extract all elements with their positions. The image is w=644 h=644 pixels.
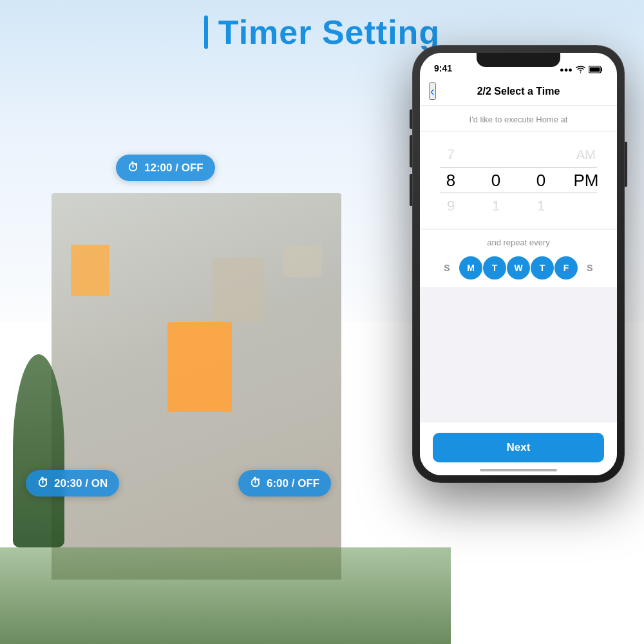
picker-item-8-selected: 8: [428, 167, 473, 193]
status-icons: ●●●: [560, 66, 603, 73]
phone-btn-silent: [410, 109, 412, 129]
timer-badge-3-text: 6:00 / OFF: [267, 477, 319, 490]
status-time: 9:41: [434, 63, 452, 73]
day-btn-tuesday[interactable]: T: [483, 256, 506, 279]
phone-content: 9:41 ●●●: [420, 53, 617, 475]
picker-item-1: 1: [473, 193, 518, 219]
day-btn-wednesday[interactable]: W: [507, 256, 530, 279]
phone-body: 9:41 ●●●: [412, 45, 625, 483]
back-button[interactable]: ‹: [429, 82, 436, 100]
day-btn-saturday[interactable]: S: [578, 256, 601, 279]
clock-icon-3: ⏱: [250, 477, 261, 490]
picker-column-hours[interactable]: … 7 8 9 …: [428, 132, 473, 229]
picker-item-am: AM: [564, 142, 609, 167]
timer-badge-3: ⏱ 6:00 / OFF: [238, 470, 331, 497]
time-picker-container[interactable]: … 7 8 9 … … 0 1: [420, 132, 617, 229]
building-shape: [52, 193, 341, 580]
app-scroll: I'd like to execute Home at … 7 8: [420, 106, 617, 475]
picker-item: …: [473, 132, 518, 142]
page-title: Timer Setting: [218, 13, 440, 52]
picker-column-ampm[interactable]: AM PM: [564, 132, 609, 229]
timer-badge-1: ⏱ 12:00 / OFF: [116, 155, 215, 181]
tree-decoration: [13, 354, 64, 547]
picker-item: …: [518, 132, 564, 142]
wifi-icon: [576, 66, 585, 73]
picker-item-9: 9: [428, 193, 473, 219]
ground-area: [0, 547, 451, 644]
clock-icon-1: ⏱: [128, 161, 139, 175]
home-indicator: [480, 469, 557, 471]
picker-item-0-selected: 0: [473, 167, 518, 193]
picker-item-min-prev: [473, 142, 518, 167]
time-picker[interactable]: … 7 8 9 … … 0 1: [420, 132, 617, 229]
phone-mockup: 9:41 ●●●: [412, 45, 625, 483]
picker-item-7: 7: [428, 142, 473, 167]
picker-item-sec-prev: [518, 142, 564, 167]
execute-label: I'd like to execute Home at: [420, 106, 617, 131]
phone-btn-vol-down: [410, 174, 412, 206]
phone-screen: 9:41 ●●●: [420, 53, 617, 475]
picker-column-seconds[interactable]: … 0 1 …: [518, 132, 564, 229]
picker-item: …: [428, 132, 473, 142]
clock-icon-2: ⏱: [37, 477, 49, 490]
phone-notch: [477, 53, 560, 67]
timer-badge-1-text: 12:00 / OFF: [144, 162, 204, 175]
days-row: S M T W: [433, 256, 604, 279]
picker-item: …: [428, 219, 473, 229]
next-button[interactable]: Next: [433, 433, 604, 462]
app-header: ‹ 2/2 Select a Time: [420, 77, 617, 106]
repeat-label: and repeat every: [433, 238, 604, 247]
picker-column-minutes[interactable]: … 0 1 …: [473, 132, 518, 229]
picker-item-sec-1: 1: [518, 193, 564, 219]
app-header-title: 2/2 Select a Time: [477, 86, 560, 97]
phone-btn-power: [625, 142, 627, 187]
title-accent-bar: [204, 15, 208, 49]
day-btn-friday[interactable]: F: [554, 256, 578, 279]
content-spacer: [420, 287, 617, 422]
day-btn-sunday[interactable]: S: [435, 256, 459, 279]
signal-icon: ●●●: [560, 66, 573, 73]
picker-item-sec-0-selected: 0: [518, 167, 564, 193]
repeat-section: and repeat every S M: [420, 230, 617, 287]
picker-item: …: [518, 219, 564, 229]
picker-item: …: [473, 219, 518, 229]
day-btn-thursday[interactable]: T: [531, 256, 554, 279]
svg-rect-1: [590, 68, 600, 72]
battery-icon: [589, 66, 603, 73]
next-btn-container: Next: [420, 422, 617, 475]
day-btn-monday[interactable]: M: [459, 256, 482, 279]
phone-btn-vol-up: [410, 135, 412, 167]
picker-item-pm-selected: PM: [564, 167, 609, 193]
timer-badge-2-text: 20:30 / ON: [54, 477, 108, 490]
timer-badge-2: ⏱ 20:30 / ON: [26, 470, 119, 497]
